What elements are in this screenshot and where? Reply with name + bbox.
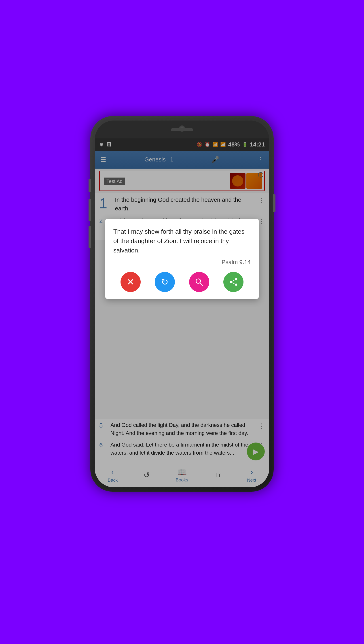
speaker [171,128,193,131]
svg-point-2 [235,278,237,280]
close-dialog-button[interactable]: ✕ [120,272,141,292]
search-verse-button[interactable] [189,272,209,292]
refresh-verse-button[interactable]: ↻ [155,272,175,292]
dialog-actions: ✕ ↻ [113,272,251,292]
phone-body: ⊕ 🖼 🔕 ⏰ 📶 📶 48% 🔋 14:21 ☰ [90,116,274,492]
volume-down-button [88,199,91,221]
volume-up-button [88,179,91,192]
dialog-verse-text: That I may shew forth all thy praise in … [113,227,251,255]
camera-button [88,226,91,248]
power-button [273,194,276,212]
phone-top-area [95,120,269,138]
phone-screen: ⊕ 🖼 🔕 ⏰ 📶 📶 48% 🔋 14:21 ☰ [95,138,269,487]
phone-inner: ⊕ 🖼 🔕 ⏰ 📶 📶 48% 🔋 14:21 ☰ [95,120,269,487]
dialog-verse-reference: Psalm 9.14 [113,259,251,266]
svg-line-5 [231,279,236,282]
svg-line-1 [200,283,203,286]
svg-line-6 [231,282,236,285]
daily-verse-dialog: That I may shew forth all thy praise in … [105,219,259,299]
dialog-overlay: That I may shew forth all thy praise in … [95,138,269,487]
share-verse-button[interactable] [223,272,244,292]
